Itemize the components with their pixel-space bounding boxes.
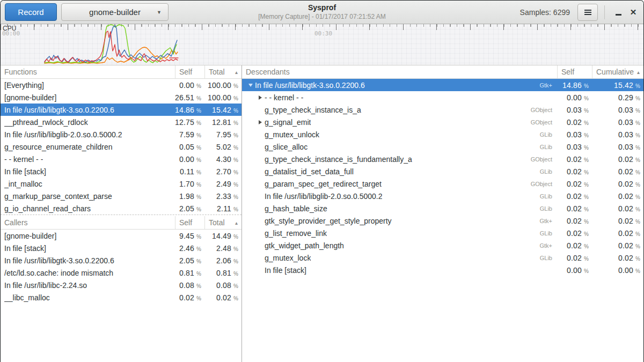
percent-sign: % [233, 194, 238, 200]
callers-table-header: Callers Self Total ▴ [1, 216, 241, 230]
self-percent: 9.45% [175, 232, 204, 240]
table-row[interactable]: [Everything]0.00%100.00% [1, 79, 241, 91]
self-percent: 0.02% [557, 204, 592, 213]
percent-sign: % [233, 246, 238, 252]
column-header-self[interactable]: Self [557, 65, 592, 78]
process-selector[interactable]: gnome-builder ▼ [61, 3, 169, 21]
sort-ascending-icon: ▴ [637, 69, 640, 75]
table-row[interactable]: - - kernel - -0.00%0.29% [242, 91, 643, 104]
table-row[interactable]: In file /usr/lib/libgtk-3.so.0.2200.62.0… [1, 254, 241, 267]
expander-closed-icon[interactable] [256, 95, 265, 100]
table-row[interactable]: _int_malloc1.70%2.49% [1, 178, 241, 190]
table-row[interactable]: g_io_channel_read_chars2.05%2.11% [1, 202, 241, 215]
samples-count: Samples: 6299 [520, 8, 570, 17]
table-row[interactable]: /etc/ld.so.cache: inode mismatch0.81%0.8… [1, 267, 241, 279]
table-row[interactable]: g_datalist_id_set_data_fullGLib0.02%0.02… [242, 165, 643, 178]
category-label: GLib [540, 193, 557, 200]
category-label: GLib [540, 144, 557, 150]
table-row[interactable]: - - kernel - -0.00%4.30% [1, 153, 241, 165]
function-name-cell: g_datalist_id_set_data_fullGLib [242, 167, 557, 176]
total-percent: 15.42% [592, 81, 643, 90]
percent-sign: % [196, 182, 201, 188]
table-row[interactable]: g_hash_table_sizeGLib0.02%0.02% [242, 202, 643, 215]
function-name-cell: [gnome-builder] [1, 232, 175, 240]
column-header-cumulative[interactable]: Cumulative ▴ [592, 65, 643, 78]
function-name: In file /usr/lib/libgtk-3.so.0.2200.6 [4, 256, 114, 265]
table-row[interactable]: gtk_style_provider_get_style_propertyGtk… [242, 215, 643, 227]
table-row[interactable]: g_mutex_unlockGLib0.03%0.03% [242, 128, 643, 141]
column-header-total[interactable]: Total ▴ [204, 216, 241, 229]
table-row[interactable]: g_slice_allocGLib0.03%0.03% [242, 141, 643, 153]
column-header-self[interactable]: Self [175, 65, 204, 78]
function-name-cell: g_slice_allocGLib [242, 143, 557, 151]
content-panes: Functions Self Total ▴ [Everything]0.00%… [1, 65, 643, 362]
table-row[interactable]: g_type_check_instance_is_fundamentally_a… [242, 153, 643, 165]
table-row[interactable]: In file [stack]0.11%2.70% [1, 165, 241, 178]
time-label-start: 00:00 [2, 30, 20, 37]
table-row[interactable]: In file /usr/lib/libgtk-3.so.0.2200.614.… [1, 104, 241, 116]
hamburger-icon [584, 10, 591, 11]
percent-sign: % [584, 108, 589, 114]
total-percent: 0.02% [592, 180, 643, 188]
function-name: In file /usr/lib/libgtk-3.so.0.2200.6 [4, 106, 114, 114]
table-row[interactable]: [gnome-builder]9.45%14.49% [1, 230, 241, 242]
table-row[interactable]: g_type_check_instance_is_aGObject0.03%0.… [242, 104, 643, 116]
function-name: In file /usr/lib/libglib-2.0.so.0.5000.2 [265, 192, 382, 201]
self-percent: 0.03% [557, 130, 592, 139]
table-row[interactable]: In file /usr/lib/libc-2.24.so0.08%0.08% [1, 279, 241, 291]
percent-sign: % [584, 169, 589, 175]
table-row[interactable]: In file /usr/lib/libglib-2.0.so.0.5000.2… [1, 128, 241, 141]
header-bar: Record gnome-builder ▼ Sysprof [Memory C… [1, 1, 643, 24]
table-row[interactable]: In file [stack]0.00%0.00% [242, 264, 643, 276]
table-row[interactable]: g_markup_parse_context_parse1.98%2.33% [1, 190, 241, 202]
expander-closed-icon[interactable] [256, 120, 265, 124]
column-header-self[interactable]: Self [175, 216, 204, 229]
table-row[interactable]: gtk_widget_path_lengthGtk+0.02%0.02% [242, 239, 643, 252]
cpu-graph[interactable]: CPU 00:00 00:30 [1, 24, 643, 65]
function-name: g_slice_alloc [265, 143, 308, 151]
expander-open-icon[interactable] [246, 84, 255, 87]
table-row[interactable]: [gnome-builder]26.51%100.00% [1, 91, 241, 104]
table-row[interactable]: In file /usr/lib/libgtk-3.so.0.2200.6Gtk… [242, 79, 643, 91]
cpu-blue-line [45, 26, 177, 62]
function-name: [gnome-builder] [4, 232, 56, 240]
total-percent: 100.00% [204, 93, 241, 102]
table-row[interactable]: __pthread_rwlock_rdlock12.75%12.81% [1, 116, 241, 128]
table-row[interactable]: In file /usr/lib/libglib-2.0.so.0.5000.2… [242, 190, 643, 202]
table-row[interactable]: g_signal_emitGObject0.02%0.03% [242, 116, 643, 128]
table-row[interactable]: g_mutex_lockGLib0.02%0.02% [242, 252, 643, 264]
table-row[interactable]: g_resource_enumerate_children0.05%5.02% [1, 141, 241, 153]
percent-sign: % [233, 132, 238, 138]
table-row[interactable]: g_param_spec_get_redirect_targetGObject0… [242, 178, 643, 190]
function-name: In file [stack] [4, 244, 46, 253]
function-name: g_datalist_id_set_data_full [265, 167, 354, 176]
column-header-total[interactable]: Total ▴ [204, 65, 241, 78]
minimize-button[interactable] [611, 5, 625, 19]
menu-button[interactable] [577, 4, 598, 21]
table-row[interactable]: __libc_malloc0.02%0.02% [1, 291, 241, 304]
percent-sign: % [584, 268, 589, 274]
total-percent: 0.02% [592, 167, 643, 176]
table-row[interactable]: In file [stack]2.46%2.48% [1, 242, 241, 254]
self-percent: 0.00% [557, 93, 592, 102]
category-label: GObject [531, 156, 557, 162]
left-pane: Functions Self Total ▴ [Everything]0.00%… [1, 65, 242, 362]
percent-sign: % [233, 182, 238, 188]
window-subtitle: [Memory Capture] - 01/17/2017 07:21:52 A… [258, 13, 385, 21]
percent-sign: % [635, 231, 640, 237]
column-header-callers[interactable]: Callers [1, 216, 175, 229]
column-header-functions[interactable]: Functions [1, 65, 175, 78]
function-name: [Everything] [4, 81, 44, 90]
record-button[interactable]: Record [5, 3, 57, 21]
percent-sign: % [196, 234, 201, 240]
total-percent: 14.49% [204, 232, 241, 240]
callers-table-body: [gnome-builder]9.45%14.49%In file [stack… [1, 230, 241, 304]
close-button[interactable]: ✕ [625, 5, 639, 19]
percent-sign: % [635, 83, 640, 89]
self-percent: 0.03% [557, 143, 592, 151]
column-header-descendants[interactable]: Descendants [242, 65, 557, 78]
table-row[interactable]: g_list_remove_linkGLib0.02%0.02% [242, 227, 643, 239]
total-percent: 12.81% [204, 118, 241, 127]
category-label: GLib [540, 168, 557, 175]
function-name-cell: g_param_spec_get_redirect_targetGObject [242, 180, 557, 188]
